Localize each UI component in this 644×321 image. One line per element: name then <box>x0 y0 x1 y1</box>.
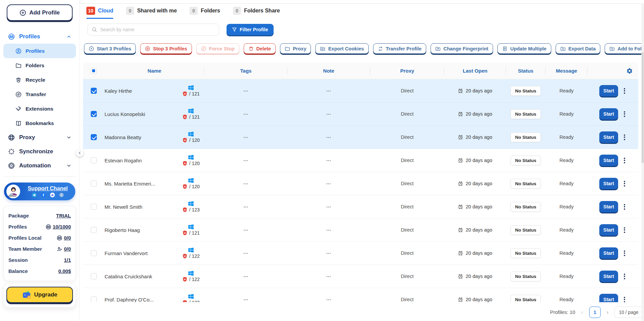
row-menu-button[interactable] <box>622 179 627 188</box>
stat-value-link[interactable]: TRIAL <box>56 213 71 218</box>
start-profile-button[interactable]: Start <box>599 108 618 120</box>
tags-value: ... <box>243 226 248 232</box>
row-checkbox[interactable] <box>91 227 97 233</box>
table-row[interactable]: Mr. Newell Smith/ 123......Direct20 days… <box>83 195 638 218</box>
change-fingerprint-button[interactable]: Change Fingerprint <box>431 43 493 54</box>
start-profile-button[interactable]: Start <box>599 178 618 189</box>
stat-value-link[interactable]: 0.00$ <box>58 268 71 274</box>
sidebar-group-automation[interactable]: Automation <box>3 159 76 173</box>
tab-cloud[interactable]: 10Cloud <box>86 7 113 19</box>
add-to-folder-button[interactable]: Add to Folder <box>605 43 644 54</box>
stat-value-link[interactable]: 0/0 <box>64 246 71 252</box>
row-menu-button[interactable] <box>622 272 627 281</box>
stop-3-profiles-button[interactable]: Stop 3 Profiles <box>140 43 192 54</box>
discord-icon[interactable] <box>50 193 55 197</box>
table-row[interactable]: Madonna Beatty/ 120......Direct20 days a… <box>83 126 638 149</box>
transfer-profile-button[interactable]: Transfer Profile <box>373 43 426 54</box>
start-3-profiles-button[interactable]: Start 3 Profiles <box>84 43 136 54</box>
sidebar-item-bookmarks[interactable]: Bookmarks <box>3 116 76 130</box>
next-page-button[interactable]: › <box>605 309 610 315</box>
row-checkbox[interactable] <box>91 204 97 210</box>
gear-icon[interactable] <box>626 68 633 74</box>
row-menu-button[interactable] <box>622 110 627 118</box>
table-row[interactable]: Kaley Hirthe/ 121......Direct20 days ago… <box>83 79 638 103</box>
clock-icon <box>458 158 463 163</box>
profiles-table: NameTagsNoteProxyLast OpenStatusMessage … <box>83 63 638 302</box>
proxy-button[interactable]: Proxy <box>280 43 311 54</box>
support-channel-banner[interactable]: Support Chanel <box>4 183 75 200</box>
row-menu-button[interactable] <box>622 295 627 303</box>
table-row[interactable]: Estevan Rogahn/ 120......Direct20 days a… <box>83 149 638 172</box>
sidebar-group-profiles[interactable]: Profiles <box>3 30 76 44</box>
sidebar-item-transfer[interactable]: Transfer <box>3 87 76 102</box>
stat-value-link[interactable]: 1/1 <box>64 257 71 263</box>
column-header-status[interactable]: Status <box>506 68 546 74</box>
column-header-note[interactable]: Note <box>287 68 370 74</box>
column-header-proxy[interactable]: Proxy <box>370 68 444 74</box>
start-profile-button[interactable]: Start <box>599 155 618 166</box>
row-checkbox[interactable] <box>91 157 97 163</box>
row-checkbox[interactable] <box>91 134 97 140</box>
sidebar-item-extensions[interactable]: Extensions <box>3 102 76 116</box>
update-multiple-button[interactable]: Update Multiple <box>497 43 551 54</box>
row-checkbox[interactable] <box>91 296 97 302</box>
export-data-button[interactable]: Export Data <box>556 43 600 54</box>
table-row[interactable]: Ms. Marietta Emmeri.../ 120......Direct2… <box>83 172 638 195</box>
scrollbar[interactable] <box>641 3 644 321</box>
tab-shared-with-me[interactable]: 0Shared with me <box>126 7 177 19</box>
start-profile-button[interactable]: Start <box>599 247 618 259</box>
stat-value-link[interactable]: 0/0 <box>64 235 71 241</box>
row-menu-button[interactable] <box>622 203 627 211</box>
prev-page-button[interactable]: ‹ <box>580 309 584 315</box>
row-menu-button[interactable] <box>622 87 627 95</box>
stat-value-link[interactable]: 10/1000 <box>53 224 71 230</box>
row-menu-button[interactable] <box>622 133 627 142</box>
facebook-icon[interactable] <box>41 193 46 197</box>
column-header-name[interactable]: Name <box>105 68 204 74</box>
column-header-message[interactable]: Message <box>546 68 588 74</box>
column-header-tags[interactable]: Tags <box>204 68 287 74</box>
table-row[interactable]: Furman Vandervort/ 122......Direct20 day… <box>83 242 638 265</box>
row-checkbox[interactable] <box>91 273 97 279</box>
start-profile-button[interactable]: Start <box>599 294 618 302</box>
row-menu-button[interactable] <box>622 249 627 257</box>
row-menu-button[interactable] <box>622 226 627 234</box>
add-profile-button[interactable]: Add Profile <box>7 4 73 21</box>
delete-button[interactable]: Delete <box>244 43 276 54</box>
start-profile-button[interactable]: Start <box>599 201 618 212</box>
tab-folders[interactable]: 0Folders <box>190 7 220 19</box>
select-all-checkbox[interactable] <box>91 68 97 74</box>
start-profile-button[interactable]: Start <box>599 224 618 236</box>
support-channel-link[interactable]: Support Chanel <box>28 186 68 192</box>
page-size-select[interactable]: 10 / page <box>614 307 644 318</box>
start-profile-button[interactable]: Start <box>599 85 618 96</box>
sidebar-item-recycle[interactable]: Recycle <box>3 73 76 87</box>
row-checkbox[interactable] <box>91 88 97 94</box>
table-row[interactable]: Lucius Konopelski/ 121......Direct20 day… <box>83 103 638 126</box>
start-profile-button[interactable]: Start <box>599 271 618 282</box>
scrollbar-thumb[interactable] <box>642 52 644 163</box>
sidebar-group-proxy[interactable]: Proxy <box>3 130 76 145</box>
table-row[interactable]: Rigoberto Haag/ 121......Direct20 days a… <box>83 218 638 242</box>
page-number[interactable]: 1 <box>589 307 601 318</box>
tab-folders-share[interactable]: 0Folders Share <box>233 7 280 19</box>
start-profile-button[interactable]: Start <box>599 131 618 143</box>
website-icon[interactable] <box>59 193 64 197</box>
export-cookies-button[interactable]: Export Cookies <box>315 43 368 54</box>
table-row[interactable]: Prof. Daphney O'Co.../ 122......Direct20… <box>83 288 638 302</box>
force-stop-button[interactable]: Force Stop <box>196 43 239 54</box>
sidebar-item-profiles[interactable]: Profiles <box>3 44 76 58</box>
sidebar-item-folders[interactable]: Folders <box>3 58 76 73</box>
row-checkbox[interactable] <box>91 250 97 256</box>
row-checkbox[interactable] <box>91 180 97 187</box>
table-row[interactable]: Catalina Cruickshank/ 122......Direct20 … <box>83 265 638 288</box>
upgrade-button[interactable]: Upgrade <box>6 287 73 303</box>
row-menu-button[interactable] <box>622 156 627 165</box>
search-input[interactable] <box>100 27 215 32</box>
telegram-icon[interactable] <box>32 193 37 197</box>
sidebar-group-synchronize[interactable]: Synchronize <box>3 145 76 159</box>
filter-profile-button[interactable]: Filter Profile <box>227 24 274 35</box>
column-header-last-open[interactable]: Last Open <box>444 68 506 74</box>
sidebar-collapse-button[interactable] <box>76 149 83 157</box>
row-checkbox[interactable] <box>91 111 97 117</box>
